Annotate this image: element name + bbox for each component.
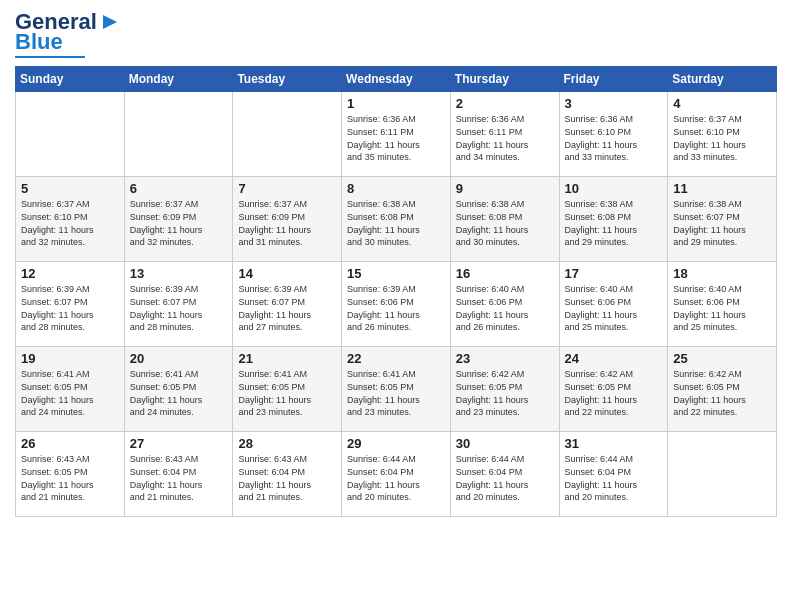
calendar-cell xyxy=(16,92,125,177)
header: General Blue xyxy=(15,10,777,58)
calendar-cell: 2Sunrise: 6:36 AM Sunset: 6:11 PM Daylig… xyxy=(450,92,559,177)
day-info: Sunrise: 6:36 AM Sunset: 6:11 PM Dayligh… xyxy=(456,113,554,163)
day-info: Sunrise: 6:40 AM Sunset: 6:06 PM Dayligh… xyxy=(673,283,771,333)
calendar-cell: 8Sunrise: 6:38 AM Sunset: 6:08 PM Daylig… xyxy=(342,177,451,262)
calendar-table: SundayMondayTuesdayWednesdayThursdayFrid… xyxy=(15,66,777,517)
day-number: 31 xyxy=(565,436,663,451)
day-info: Sunrise: 6:43 AM Sunset: 6:05 PM Dayligh… xyxy=(21,453,119,503)
day-info: Sunrise: 6:39 AM Sunset: 6:06 PM Dayligh… xyxy=(347,283,445,333)
day-number: 5 xyxy=(21,181,119,196)
day-info: Sunrise: 6:38 AM Sunset: 6:07 PM Dayligh… xyxy=(673,198,771,248)
weekday-header-sunday: Sunday xyxy=(16,67,125,92)
day-number: 10 xyxy=(565,181,663,196)
calendar-cell: 24Sunrise: 6:42 AM Sunset: 6:05 PM Dayli… xyxy=(559,347,668,432)
calendar-cell: 16Sunrise: 6:40 AM Sunset: 6:06 PM Dayli… xyxy=(450,262,559,347)
day-info: Sunrise: 6:39 AM Sunset: 6:07 PM Dayligh… xyxy=(21,283,119,333)
day-info: Sunrise: 6:38 AM Sunset: 6:08 PM Dayligh… xyxy=(347,198,445,248)
weekday-header-saturday: Saturday xyxy=(668,67,777,92)
calendar-cell xyxy=(233,92,342,177)
logo-underline xyxy=(15,56,85,58)
day-info: Sunrise: 6:43 AM Sunset: 6:04 PM Dayligh… xyxy=(238,453,336,503)
day-number: 15 xyxy=(347,266,445,281)
day-number: 12 xyxy=(21,266,119,281)
day-info: Sunrise: 6:41 AM Sunset: 6:05 PM Dayligh… xyxy=(238,368,336,418)
logo-blue: Blue xyxy=(15,30,63,54)
calendar-cell: 15Sunrise: 6:39 AM Sunset: 6:06 PM Dayli… xyxy=(342,262,451,347)
day-info: Sunrise: 6:38 AM Sunset: 6:08 PM Dayligh… xyxy=(456,198,554,248)
day-number: 4 xyxy=(673,96,771,111)
calendar-cell: 13Sunrise: 6:39 AM Sunset: 6:07 PM Dayli… xyxy=(124,262,233,347)
day-info: Sunrise: 6:43 AM Sunset: 6:04 PM Dayligh… xyxy=(130,453,228,503)
svg-marker-0 xyxy=(103,15,117,29)
day-info: Sunrise: 6:42 AM Sunset: 6:05 PM Dayligh… xyxy=(673,368,771,418)
day-number: 18 xyxy=(673,266,771,281)
logo: General Blue xyxy=(15,10,121,58)
calendar-cell: 19Sunrise: 6:41 AM Sunset: 6:05 PM Dayli… xyxy=(16,347,125,432)
day-info: Sunrise: 6:37 AM Sunset: 6:09 PM Dayligh… xyxy=(130,198,228,248)
day-number: 25 xyxy=(673,351,771,366)
calendar-cell: 1Sunrise: 6:36 AM Sunset: 6:11 PM Daylig… xyxy=(342,92,451,177)
day-number: 23 xyxy=(456,351,554,366)
calendar-cell: 17Sunrise: 6:40 AM Sunset: 6:06 PM Dayli… xyxy=(559,262,668,347)
day-number: 16 xyxy=(456,266,554,281)
day-number: 7 xyxy=(238,181,336,196)
day-number: 27 xyxy=(130,436,228,451)
calendar-cell xyxy=(124,92,233,177)
day-info: Sunrise: 6:44 AM Sunset: 6:04 PM Dayligh… xyxy=(456,453,554,503)
weekday-header-row: SundayMondayTuesdayWednesdayThursdayFrid… xyxy=(16,67,777,92)
page: General Blue SundayMondayTuesdayWednesda… xyxy=(0,0,792,612)
calendar-cell: 28Sunrise: 6:43 AM Sunset: 6:04 PM Dayli… xyxy=(233,432,342,517)
day-info: Sunrise: 6:37 AM Sunset: 6:10 PM Dayligh… xyxy=(21,198,119,248)
day-number: 21 xyxy=(238,351,336,366)
calendar-cell: 26Sunrise: 6:43 AM Sunset: 6:05 PM Dayli… xyxy=(16,432,125,517)
day-number: 30 xyxy=(456,436,554,451)
calendar-cell: 5Sunrise: 6:37 AM Sunset: 6:10 PM Daylig… xyxy=(16,177,125,262)
calendar-cell: 14Sunrise: 6:39 AM Sunset: 6:07 PM Dayli… xyxy=(233,262,342,347)
weekday-header-tuesday: Tuesday xyxy=(233,67,342,92)
logo-arrow-icon xyxy=(99,11,121,33)
day-number: 17 xyxy=(565,266,663,281)
day-info: Sunrise: 6:36 AM Sunset: 6:11 PM Dayligh… xyxy=(347,113,445,163)
calendar-cell: 30Sunrise: 6:44 AM Sunset: 6:04 PM Dayli… xyxy=(450,432,559,517)
day-number: 6 xyxy=(130,181,228,196)
calendar-cell: 29Sunrise: 6:44 AM Sunset: 6:04 PM Dayli… xyxy=(342,432,451,517)
calendar-cell: 10Sunrise: 6:38 AM Sunset: 6:08 PM Dayli… xyxy=(559,177,668,262)
calendar-cell: 21Sunrise: 6:41 AM Sunset: 6:05 PM Dayli… xyxy=(233,347,342,432)
day-number: 29 xyxy=(347,436,445,451)
week-row-3: 12Sunrise: 6:39 AM Sunset: 6:07 PM Dayli… xyxy=(16,262,777,347)
calendar-cell: 22Sunrise: 6:41 AM Sunset: 6:05 PM Dayli… xyxy=(342,347,451,432)
day-number: 26 xyxy=(21,436,119,451)
day-number: 24 xyxy=(565,351,663,366)
week-row-4: 19Sunrise: 6:41 AM Sunset: 6:05 PM Dayli… xyxy=(16,347,777,432)
week-row-2: 5Sunrise: 6:37 AM Sunset: 6:10 PM Daylig… xyxy=(16,177,777,262)
day-number: 13 xyxy=(130,266,228,281)
weekday-header-wednesday: Wednesday xyxy=(342,67,451,92)
day-number: 2 xyxy=(456,96,554,111)
day-number: 20 xyxy=(130,351,228,366)
day-info: Sunrise: 6:37 AM Sunset: 6:09 PM Dayligh… xyxy=(238,198,336,248)
day-info: Sunrise: 6:41 AM Sunset: 6:05 PM Dayligh… xyxy=(21,368,119,418)
calendar-cell: 23Sunrise: 6:42 AM Sunset: 6:05 PM Dayli… xyxy=(450,347,559,432)
weekday-header-monday: Monday xyxy=(124,67,233,92)
day-info: Sunrise: 6:36 AM Sunset: 6:10 PM Dayligh… xyxy=(565,113,663,163)
day-info: Sunrise: 6:41 AM Sunset: 6:05 PM Dayligh… xyxy=(347,368,445,418)
calendar-cell xyxy=(668,432,777,517)
day-info: Sunrise: 6:44 AM Sunset: 6:04 PM Dayligh… xyxy=(347,453,445,503)
calendar-cell: 12Sunrise: 6:39 AM Sunset: 6:07 PM Dayli… xyxy=(16,262,125,347)
week-row-1: 1Sunrise: 6:36 AM Sunset: 6:11 PM Daylig… xyxy=(16,92,777,177)
day-number: 3 xyxy=(565,96,663,111)
day-info: Sunrise: 6:39 AM Sunset: 6:07 PM Dayligh… xyxy=(238,283,336,333)
day-number: 8 xyxy=(347,181,445,196)
day-info: Sunrise: 6:41 AM Sunset: 6:05 PM Dayligh… xyxy=(130,368,228,418)
weekday-header-thursday: Thursday xyxy=(450,67,559,92)
calendar-cell: 6Sunrise: 6:37 AM Sunset: 6:09 PM Daylig… xyxy=(124,177,233,262)
calendar-cell: 27Sunrise: 6:43 AM Sunset: 6:04 PM Dayli… xyxy=(124,432,233,517)
day-info: Sunrise: 6:42 AM Sunset: 6:05 PM Dayligh… xyxy=(456,368,554,418)
calendar-cell: 3Sunrise: 6:36 AM Sunset: 6:10 PM Daylig… xyxy=(559,92,668,177)
calendar-cell: 25Sunrise: 6:42 AM Sunset: 6:05 PM Dayli… xyxy=(668,347,777,432)
day-info: Sunrise: 6:40 AM Sunset: 6:06 PM Dayligh… xyxy=(565,283,663,333)
day-number: 14 xyxy=(238,266,336,281)
calendar-cell: 9Sunrise: 6:38 AM Sunset: 6:08 PM Daylig… xyxy=(450,177,559,262)
day-info: Sunrise: 6:38 AM Sunset: 6:08 PM Dayligh… xyxy=(565,198,663,248)
day-number: 22 xyxy=(347,351,445,366)
